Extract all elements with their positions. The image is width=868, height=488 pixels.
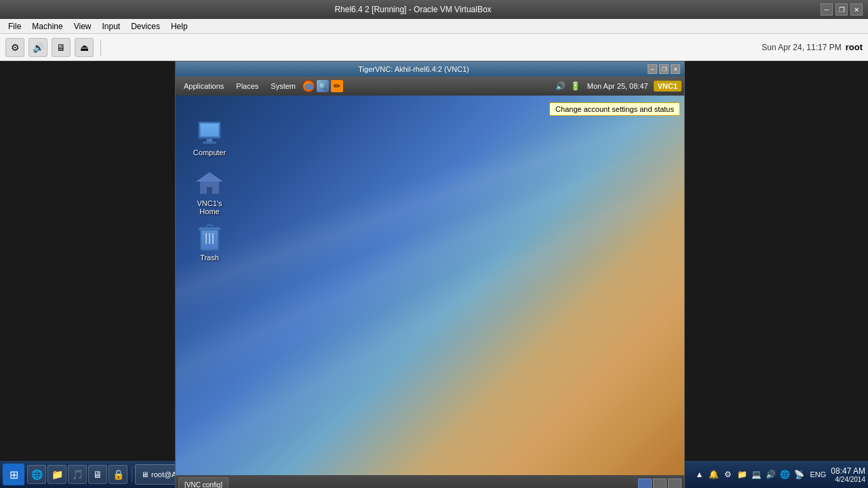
vbox-user: root	[846, 42, 863, 52]
vbox-close-button[interactable]: ✕	[850, 3, 863, 16]
vbox-titlebar: Rhel6.4 2 [Running] - Oracle VM VirtualB…	[0, 0, 868, 19]
home-icon-img	[196, 169, 223, 197]
vbox-menu-view[interactable]: View	[68, 20, 97, 33]
vbox-menu-file[interactable]: File	[3, 20, 26, 33]
vbox-menu-help[interactable]: Help	[165, 20, 193, 33]
vbox-menubar: File Machine View Input Devices Help	[0, 19, 868, 34]
trash-line-1	[205, 233, 207, 244]
notification-area: ▲ 🔔 ⚙ 📁 💻 🔊 🌐 📡	[693, 468, 805, 481]
vnc-workspace-3[interactable]	[668, 479, 682, 488]
vnc-titlebar-controls: ─ ❐ ✕	[648, 64, 680, 74]
vnc-title: TigerVNC: Akhil-rhel6.4:2 (VNC1)	[180, 65, 648, 73]
desktop-icon-home[interactable]: VNC1's Home	[186, 167, 233, 218]
gnome-panel: Applications Places System 🔍 ✏ 🔊 🔋 Mon A…	[176, 77, 684, 96]
gnome-applications-menu[interactable]: Applications	[178, 80, 229, 92]
stand-graphic	[207, 139, 212, 142]
win-btn-media[interactable]: 🎵	[68, 465, 87, 484]
firefox-icon[interactable]	[302, 80, 315, 92]
windows-start-button[interactable]: ⊞	[3, 464, 24, 485]
gnome-quick-launch: 🔍 ✏	[302, 80, 343, 92]
volume-icon[interactable]: 🔊	[555, 80, 567, 92]
base-graphic	[203, 142, 216, 144]
vbox-content: TigerVNC: Akhil-rhel6.4:2 (VNC1) ─ ❐ ✕ A…	[0, 61, 868, 461]
gnome-system-menu[interactable]: System	[265, 80, 301, 92]
trash-handle-graphic	[206, 224, 213, 227]
computer-icon-label: Computer	[189, 148, 231, 157]
trash-lid-graphic	[199, 227, 220, 230]
vnc-titlebar: TigerVNC: Akhil-rhel6.4:2 (VNC1) ─ ❐ ✕	[176, 62, 684, 77]
systray-settings[interactable]: ⚙	[722, 468, 734, 481]
gnome-panel-left: Applications Places System 🔍 ✏	[178, 80, 343, 92]
win-btn-app4[interactable]: 🖥	[88, 465, 107, 484]
vbox-usb-icon[interactable]: ⏏	[75, 38, 94, 57]
vnc-taskbar: [VNC config]	[176, 475, 684, 488]
vbox-toolbar-right: Sun Apr 24, 11:17 PM root	[762, 42, 863, 52]
gedit-icon[interactable]: ✏	[331, 80, 343, 92]
vbox-minimize-button[interactable]: ─	[821, 3, 833, 16]
vnc-workspace-2[interactable]	[653, 479, 667, 488]
trash-line-2	[209, 233, 210, 244]
desktop-icon-trash[interactable]: Trash	[186, 221, 233, 264]
terminal-app-icon: 🖥	[141, 470, 149, 479]
trash-icon-graphic	[199, 224, 220, 251]
gnome-places-menu[interactable]: Places	[231, 80, 264, 92]
computer-icon-img	[196, 119, 223, 146]
vnc-window: TigerVNC: Akhil-rhel6.4:2 (VNC1) ─ ❐ ✕ A…	[175, 61, 685, 488]
gnome-clock[interactable]: Mon Apr 25, 08:47	[585, 82, 651, 90]
trash-line-3	[212, 233, 214, 244]
vnc-minimize-button[interactable]: ─	[648, 64, 657, 74]
win-taskbar-right: ▲ 🔔 ⚙ 📁 💻 🔊 🌐 📡 ENG 08:47 AM 4/24/2014	[693, 466, 865, 483]
nautilus-icon[interactable]: 🔍	[317, 80, 329, 92]
roof-graphic	[196, 172, 223, 182]
systray-display[interactable]: 💻	[750, 468, 762, 481]
vbox-datetime: Sun Apr 24, 11:17 PM	[762, 43, 841, 52]
battery-icon[interactable]: 🔋	[570, 80, 582, 92]
vnc-close-button[interactable]: ✕	[671, 64, 680, 74]
win-clock-date: 4/24/2014	[831, 476, 865, 483]
home-icon-label: VNC1's Home	[189, 199, 231, 216]
vbox-menu-input[interactable]: Input	[97, 20, 126, 33]
win-btn-ie[interactable]: 🌐	[27, 465, 46, 484]
win-clock-time: 08:47 AM	[831, 466, 865, 476]
win-btn-explorer[interactable]: 📁	[47, 465, 66, 484]
monitor-graphic	[198, 121, 221, 139]
systray-network[interactable]: 🔔	[707, 468, 719, 481]
vbox-restore-button[interactable]: ❐	[835, 3, 848, 16]
win-clock[interactable]: 08:47 AM 4/24/2014	[831, 466, 865, 483]
taskbar-separator	[132, 466, 132, 483]
systray-globe[interactable]: 🌐	[778, 468, 791, 481]
win-btn-app5[interactable]: 🔒	[108, 465, 127, 484]
trash-body-graphic	[200, 230, 219, 251]
systray-audio[interactable]: 🔊	[764, 468, 776, 481]
systray-vnc[interactable]: 📡	[793, 468, 805, 481]
vbox-toolbar: ⚙ 🔊 🖥 ⏏ Sun Apr 24, 11:17 PM root	[0, 34, 868, 61]
vnc1-account-label[interactable]: VNC1	[654, 81, 682, 92]
vbox-menu-devices[interactable]: Devices	[125, 20, 165, 33]
screen-graphic	[201, 124, 218, 136]
vnc-workspace-1[interactable]	[638, 479, 652, 488]
body-graphic	[200, 182, 219, 194]
vbox-toolbar-separator	[100, 39, 101, 56]
trash-lines-graphic	[201, 233, 218, 244]
gnome-panel-right: 🔊 🔋 Mon Apr 25, 08:47 VNC1	[555, 80, 682, 92]
systray-expand[interactable]: ▲	[693, 468, 705, 481]
vnc-taskbar-config[interactable]: [VNC config]	[178, 477, 229, 488]
vbox-audio-icon[interactable]: 🔊	[28, 38, 47, 57]
vbox-menu-machine[interactable]: Machine	[26, 20, 68, 33]
account-tooltip: Change account settings and status	[549, 102, 680, 116]
home-icon-graphic	[196, 172, 223, 194]
language-indicator[interactable]: ENG	[808, 470, 828, 479]
desktop-icon-computer[interactable]: Computer	[186, 116, 233, 159]
door-graphic	[207, 187, 212, 194]
trash-icon-img	[196, 224, 223, 251]
vnc-workspace-switcher	[638, 479, 682, 488]
computer-icon-graphic	[198, 121, 221, 144]
vbox-titlebar-controls: ─ ❐ ✕	[821, 3, 863, 16]
vnc-restore-button[interactable]: ❐	[659, 64, 669, 74]
virtualbox-window: Rhel6.4 2 [Running] - Oracle VM VirtualB…	[0, 0, 868, 488]
vbox-settings-icon[interactable]: ⚙	[5, 38, 24, 57]
gnome-desktop: Computer VNC1's Home	[176, 96, 684, 475]
trash-icon-label: Trash	[189, 253, 231, 262]
vbox-network-icon[interactable]: 🖥	[52, 38, 71, 57]
systray-folder[interactable]: 📁	[736, 468, 748, 481]
